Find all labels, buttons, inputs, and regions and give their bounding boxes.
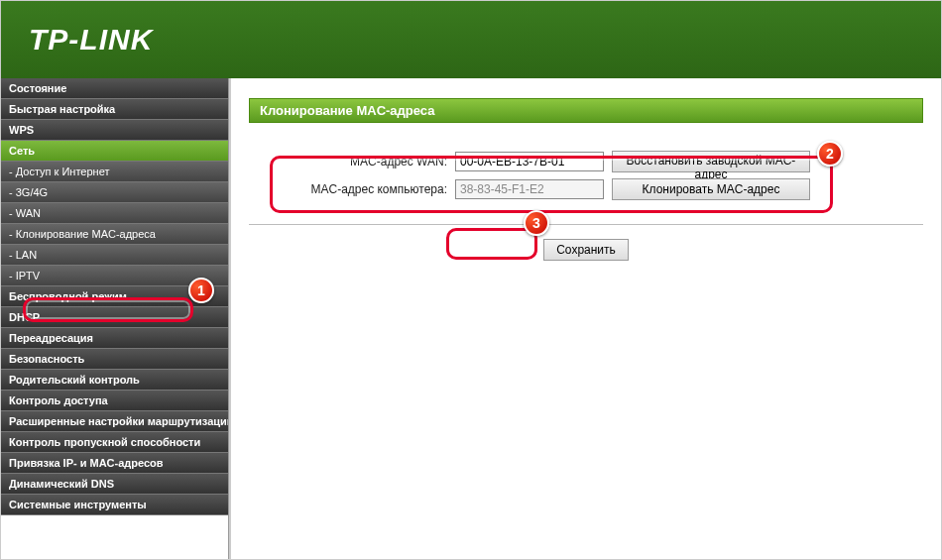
sidebar-item-ip-mac-binding[interactable]: Привязка IP- и MAC-адресов — [1, 453, 228, 474]
sidebar-item-label: - IPTV — [9, 270, 40, 281]
sidebar-item-bandwidth[interactable]: Контроль пропускной способности — [1, 432, 228, 453]
sidebar-item-ddns[interactable]: Динамический DNS — [1, 474, 228, 495]
sidebar-item-label: Сеть — [9, 145, 35, 157]
sidebar-item-label: - LAN — [9, 249, 37, 261]
content-wrapper: Состояние Быстрая настройка WPS Сеть - Д… — [1, 78, 941, 559]
save-row: Сохранить — [249, 239, 923, 261]
pc-mac-label: MAC-адрес компьютера: — [269, 182, 447, 196]
pc-mac-input[interactable] — [455, 179, 604, 199]
pc-mac-row: MAC-адрес компьютера: Клонировать MAC-ад… — [269, 178, 903, 200]
sidebar-item-parental[interactable]: Родительский контроль — [1, 370, 228, 391]
sidebar-item-label: Расширенные настройки маршрутизации — [9, 415, 228, 427]
sidebar-item-label: Родительский контроль — [9, 374, 140, 386]
sidebar-item-label: - 3G/4G — [9, 186, 48, 198]
sidebar-item-label: Быстрая настройка — [9, 103, 115, 115]
save-button[interactable]: Сохранить — [543, 239, 629, 261]
sidebar-item-system-tools[interactable]: Системные инструменты — [1, 495, 228, 515]
sidebar-item-wan[interactable]: - WAN — [1, 203, 228, 224]
sidebar-item-label: - Клонирование MAC-адреса — [9, 228, 156, 240]
header: TP-LINK — [1, 1, 941, 78]
wan-mac-row: MAC-адрес WAN: Восстановить заводской MA… — [269, 151, 903, 172]
sidebar-item-network[interactable]: Сеть — [1, 141, 228, 162]
sidebar-item-dhcp[interactable]: DHCP — [1, 307, 228, 328]
sidebar-item-label: Контроль доступа — [9, 394, 108, 406]
sidebar-item-iptv[interactable]: - IPTV — [1, 266, 228, 286]
sidebar-item-label: Переадресация — [9, 332, 93, 344]
wan-mac-label: MAC-адрес WAN: — [269, 155, 447, 168]
sidebar-item-label: Привязка IP- и MAC-адресов — [9, 457, 164, 469]
sidebar-item-routing[interactable]: Расширенные настройки маршрутизации — [1, 411, 228, 432]
sidebar-item-3g4g[interactable]: - 3G/4G — [1, 182, 228, 203]
sidebar: Состояние Быстрая настройка WPS Сеть - Д… — [1, 78, 229, 559]
sidebar-item-label: Системные инструменты — [9, 499, 147, 510]
sidebar-item-access-control[interactable]: Контроль доступа — [1, 391, 228, 411]
sidebar-item-status[interactable]: Состояние — [1, 78, 228, 99]
sidebar-item-lan[interactable]: - LAN — [1, 245, 228, 266]
sidebar-item-wireless[interactable]: Беспроводной режим — [1, 286, 228, 307]
sidebar-item-label: - Доступ к Интернет — [9, 166, 109, 177]
sidebar-item-label: DHCP — [9, 311, 40, 323]
main-panel: Клонирование MAC-адреса MAC-адрес WAN: В… — [229, 78, 941, 559]
divider — [249, 224, 923, 225]
sidebar-item-label: - WAN — [9, 207, 41, 219]
sidebar-item-quick-setup[interactable]: Быстрая настройка — [1, 99, 228, 120]
sidebar-item-label: Контроль пропускной способности — [9, 436, 200, 448]
sidebar-item-label: Динамический DNS — [9, 478, 114, 490]
sidebar-item-label: Состояние — [9, 82, 66, 94]
sidebar-item-internet-access[interactable]: - Доступ к Интернет — [1, 162, 228, 182]
sidebar-item-wps[interactable]: WPS — [1, 120, 228, 141]
panel-title: Клонирование MAC-адреса — [249, 98, 923, 123]
wan-mac-input[interactable] — [455, 152, 604, 171]
sidebar-item-label: Безопасность — [9, 353, 84, 365]
sidebar-item-label: Беспроводной режим — [9, 290, 127, 302]
sidebar-item-mac-clone[interactable]: - Клонирование MAC-адреса — [1, 224, 228, 245]
sidebar-item-security[interactable]: Безопасность — [1, 349, 228, 370]
clone-mac-button[interactable]: Клонировать MAC-адрес — [612, 178, 810, 200]
sidebar-item-forwarding[interactable]: Переадресация — [1, 328, 228, 349]
mac-clone-form: MAC-адрес WAN: Восстановить заводской MA… — [249, 143, 923, 218]
logo: TP-LINK — [29, 23, 153, 56]
sidebar-item-label: WPS — [9, 124, 34, 136]
restore-mac-button[interactable]: Восстановить заводской MAC-адрес — [612, 151, 810, 172]
